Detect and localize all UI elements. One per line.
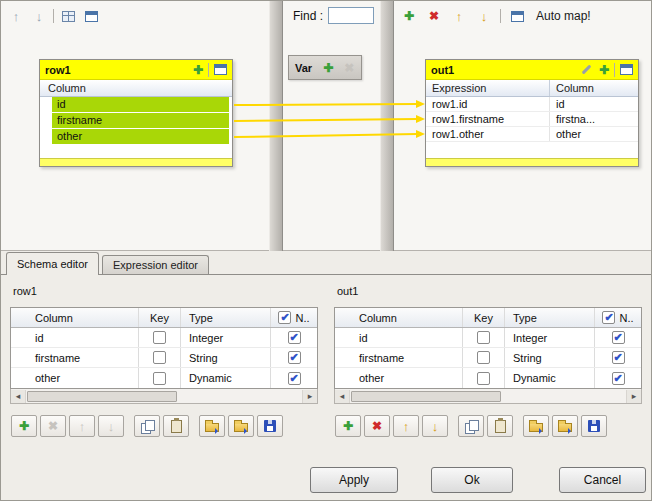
tab-schema-editor[interactable]: Schema editor (6, 252, 99, 275)
import-schema-button[interactable] (199, 415, 225, 437)
paste-button[interactable] (487, 415, 513, 437)
cancel-button[interactable]: Cancel (559, 467, 646, 493)
column-name-cell[interactable]: id (335, 328, 463, 347)
splitter-right[interactable] (380, 1, 394, 251)
save-schema-button[interactable] (581, 415, 607, 437)
horizontal-scrollbar[interactable]: ◂ ▸ (10, 389, 318, 404)
scroll-right-icon[interactable]: ▸ (302, 390, 317, 403)
ok-button[interactable]: Ok (431, 467, 513, 493)
output-down-icon[interactable]: ↓ (475, 7, 493, 25)
remove-column-button[interactable]: ✖ (40, 415, 66, 437)
output-row-id[interactable]: row1.id id (426, 97, 638, 112)
maximize-table-icon[interactable] (214, 64, 227, 75)
paste-button[interactable] (163, 415, 189, 437)
input-row-id[interactable]: id (40, 97, 232, 113)
nullable-checkbox[interactable] (288, 351, 301, 364)
output-up-icon[interactable]: ↑ (450, 7, 468, 25)
key-checkbox[interactable] (153, 372, 166, 385)
column-name-cell[interactable]: firstname (11, 348, 139, 367)
move-down-icon[interactable]: ↓ (30, 7, 48, 25)
table-scroll-strip[interactable] (40, 158, 232, 166)
auto-map-button[interactable]: Auto map! (533, 8, 594, 24)
expression-cell[interactable]: row1.other (426, 127, 550, 141)
column-name-cell[interactable]: firstname (335, 348, 463, 367)
input-table-titlebar[interactable]: row1 ✚ (40, 60, 232, 80)
move-up-button[interactable]: ↑ (393, 415, 419, 437)
output-row-firstname[interactable]: row1.firstname firstna... (426, 112, 638, 127)
schema-row[interactable]: firstname String (11, 348, 317, 368)
input-row-firstname[interactable]: firstname (40, 113, 232, 129)
splitter-left[interactable] (269, 1, 283, 251)
scrollbar-thumb[interactable] (351, 391, 501, 402)
schema-toolbar-out1: ✚ ✖ ↑ ↓ (334, 415, 644, 437)
table-scroll-strip[interactable] (426, 158, 638, 166)
schema-row[interactable]: id Integer (335, 328, 641, 348)
type-cell[interactable]: Integer (181, 328, 271, 347)
copy-button[interactable] (134, 415, 160, 437)
apply-button[interactable]: Apply (310, 467, 398, 493)
key-checkbox[interactable] (477, 351, 490, 364)
type-cell[interactable]: Dynamic (505, 368, 595, 388)
nullable-checkbox[interactable] (612, 351, 625, 364)
input-row-other[interactable]: other (40, 129, 232, 145)
horizontal-scrollbar[interactable]: ◂ ▸ (334, 389, 642, 404)
remove-var-icon[interactable]: ✖ (344, 61, 354, 75)
grid-view-icon[interactable] (59, 7, 77, 25)
type-cell[interactable]: String (181, 348, 271, 367)
schema-row[interactable]: firstname String (335, 348, 641, 368)
column-name-cell[interactable]: other (335, 368, 463, 388)
type-cell[interactable]: Dynamic (181, 368, 271, 388)
move-up-button[interactable]: ↑ (69, 415, 95, 437)
save-schema-button[interactable] (257, 415, 283, 437)
key-checkbox[interactable] (153, 351, 166, 364)
header-key: Key (463, 308, 505, 327)
column-name-cell[interactable]: other (11, 368, 139, 388)
expression-cell[interactable]: row1.id (426, 97, 550, 111)
maximize-table-icon[interactable] (620, 64, 633, 75)
add-output-icon[interactable]: ✚ (400, 7, 418, 25)
output-row-other[interactable]: row1.other other (426, 127, 638, 142)
schema-row[interactable]: other Dynamic (335, 368, 641, 388)
scroll-right-icon[interactable]: ▸ (626, 390, 641, 403)
key-checkbox[interactable] (153, 331, 166, 344)
type-cell[interactable]: Integer (505, 328, 595, 347)
scrollbar-thumb[interactable] (27, 391, 177, 402)
nullable-all-checkbox[interactable] (278, 311, 291, 324)
move-up-icon[interactable]: ↑ (7, 7, 25, 25)
find-input[interactable] (328, 7, 374, 24)
copy-button[interactable] (458, 415, 484, 437)
window-view-icon[interactable] (508, 7, 526, 25)
import-schema-button[interactable] (523, 415, 549, 437)
move-down-button[interactable]: ↓ (422, 415, 448, 437)
add-column-icon[interactable]: ✚ (599, 63, 609, 77)
scroll-left-icon[interactable]: ◂ (11, 390, 26, 403)
remove-output-icon[interactable]: ✖ (425, 7, 443, 25)
nullable-checkbox[interactable] (612, 372, 625, 385)
expression-cell[interactable]: row1.firstname (426, 112, 550, 126)
move-down-button[interactable]: ↓ (98, 415, 124, 437)
output-table-titlebar[interactable]: out1 ✚ (426, 60, 638, 80)
nullable-checkbox[interactable] (612, 331, 625, 344)
key-checkbox[interactable] (477, 331, 490, 344)
nullable-checkbox[interactable] (288, 331, 301, 344)
export-schema-button[interactable] (228, 415, 254, 437)
type-cell[interactable]: String (505, 348, 595, 367)
window-view-icon[interactable] (82, 7, 100, 25)
scroll-left-icon[interactable]: ◂ (335, 390, 350, 403)
add-column-button[interactable]: ✚ (11, 415, 37, 437)
export-schema-button[interactable] (552, 415, 578, 437)
remove-column-button[interactable]: ✖ (364, 415, 390, 437)
settings-wrench-icon[interactable] (580, 61, 594, 79)
tab-expression-editor[interactable]: Expression editor (102, 255, 209, 275)
add-column-button[interactable]: ✚ (335, 415, 361, 437)
header-nullable: N.. (619, 312, 633, 324)
key-checkbox[interactable] (477, 372, 490, 385)
nullable-checkbox[interactable] (288, 372, 301, 385)
column-name-cell[interactable]: id (11, 328, 139, 347)
add-var-icon[interactable]: ✚ (323, 61, 333, 75)
row-gutter (40, 129, 52, 145)
add-column-icon[interactable]: ✚ (193, 63, 203, 77)
schema-row[interactable]: other Dynamic (11, 368, 317, 388)
schema-row[interactable]: id Integer (11, 328, 317, 348)
nullable-all-checkbox[interactable] (602, 311, 615, 324)
